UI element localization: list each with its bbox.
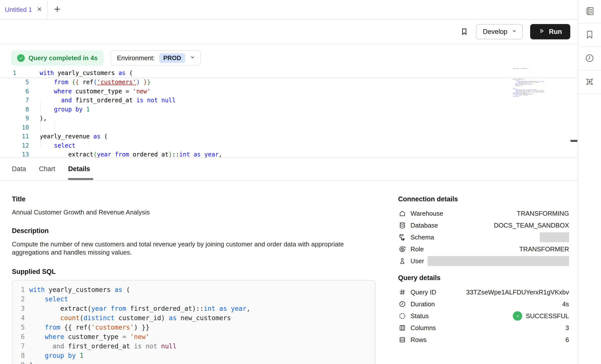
tab-untitled-1[interactable]: Untitled 1	[0, 0, 48, 19]
detail-value: TRANSFORMING	[517, 210, 569, 217]
sidebar-item-notebook[interactable]	[578, 0, 601, 24]
line-number: 3	[12, 304, 25, 313]
new-tab-button[interactable]	[48, 0, 67, 19]
line-number: 1	[12, 285, 25, 294]
notebook-icon	[585, 6, 595, 17]
rows-icon	[398, 336, 407, 344]
code-text: count(distinct customer_id) as new_custo…	[25, 313, 231, 323]
status-value: SUCCESSFUL	[513, 311, 569, 321]
code-text: ),	[25, 360, 37, 364]
code-line[interactable]: 10	[0, 123, 578, 132]
code-line[interactable]: 11yearly_revenue as (	[0, 132, 578, 141]
line-number: 9	[12, 360, 25, 364]
line-number: 5	[12, 323, 25, 332]
query-details-rows: Query ID33TZseWpe1ALFDUYerxR1gVKxbvDurat…	[398, 286, 569, 346]
description-heading: Description	[12, 227, 376, 235]
detail-label: Schema	[410, 234, 434, 241]
code-line: 3 extract(year from first_ordered_at)::i…	[12, 304, 375, 313]
code-text: where customer_type = 'new'	[29, 87, 151, 96]
sidebar-item-bookmarks[interactable]	[578, 24, 601, 47]
connection-details-rows: WarehouseTRANSFORMINGDatabaseDOCS_TEAM_S…	[398, 208, 569, 267]
description-value: Compute the number of new customers and …	[12, 240, 362, 257]
detail-row: Schema	[398, 231, 569, 243]
bookmark-icon[interactable]	[460, 27, 468, 36]
environment-selector[interactable]: Environment: PROD	[110, 50, 201, 66]
tab-bar: Untitled 1	[0, 0, 578, 20]
code-line[interactable]: 9),	[0, 114, 578, 123]
details-panel: Title Annual Customer Growth and Revenue…	[0, 181, 578, 364]
detail-label: Role	[410, 245, 424, 253]
copilot-icon	[585, 77, 595, 88]
query-status-text: Query completed in 4s	[28, 54, 98, 62]
code-line[interactable]: 8 group by 1	[0, 105, 578, 114]
code-line: 6 where customer_type = 'new'	[12, 332, 375, 341]
environment-label: Environment:	[117, 54, 155, 62]
tab-details[interactable]: Details	[68, 158, 93, 180]
editor-scrollbar-thumb[interactable]	[571, 140, 577, 142]
detail-label: Warehouse	[410, 210, 443, 217]
line-number: 6	[12, 332, 25, 341]
develop-dropdown[interactable]: Develop	[476, 24, 523, 39]
tab-label: Untitled 1	[5, 6, 32, 14]
tab-data[interactable]: Data	[12, 158, 26, 180]
code-text: group by 1	[29, 105, 90, 114]
code-line: 7 and first_ordered_at is not null	[12, 341, 375, 351]
code-text: select	[25, 294, 68, 304]
code-line[interactable]: 5 from {{ ref('customers') }}	[0, 78, 578, 87]
run-button[interactable]: Run	[530, 24, 570, 39]
code-line: 8 group by 1	[12, 351, 375, 360]
query-details-heading: Query details	[398, 274, 569, 282]
code-text: where customer_type = 'new'	[25, 332, 149, 341]
editor-code-area[interactable]: 1with yearly_customers as ( 5 from {{ re…	[0, 69, 578, 157]
code-line[interactable]: 1with yearly_customers as (	[0, 69, 578, 77]
hash-icon	[398, 288, 407, 296]
new-tab-icon	[54, 5, 61, 14]
detail-label: Query ID	[410, 288, 436, 296]
toolbar: Develop Run	[0, 20, 578, 44]
details-left-column: Title Annual Customer Growth and Revenue…	[12, 195, 376, 364]
close-icon[interactable]	[36, 6, 42, 13]
chevron-down-icon	[511, 28, 517, 36]
minimap-line: order by 1	[513, 96, 546, 97]
detail-value: SUCCESSFUL	[526, 312, 569, 320]
code-text: group by 1	[25, 351, 83, 360]
role-icon	[398, 245, 407, 253]
run-label: Run	[549, 28, 562, 36]
code-line: 5 from {{ ref('customers') }}	[12, 323, 375, 332]
tab-details-label: Details	[68, 165, 90, 173]
code-text: and first_ordered_at is not null	[25, 341, 177, 351]
code-line: 2 select	[12, 294, 375, 304]
detail-label: Columns	[410, 324, 436, 332]
details-right-column: Connection details WarehouseTRANSFORMING…	[398, 195, 569, 364]
supplied-sql-block: 1with yearly_customers as (2 select3 ext…	[12, 280, 376, 364]
query-status-badge: Query completed in 4s	[11, 50, 104, 66]
code-line[interactable]: 12 select	[0, 141, 578, 150]
database-icon	[398, 221, 407, 230]
connection-details-heading: Connection details	[398, 195, 569, 203]
user-icon	[398, 257, 407, 265]
line-number: 11	[0, 132, 29, 141]
tab-chart[interactable]: Chart	[39, 158, 55, 180]
code-line: 1with yearly_customers as (	[12, 285, 375, 294]
check-circle-icon	[513, 311, 522, 321]
code-text: from {{ ref('customers') }}	[29, 78, 151, 87]
code-text: select	[29, 141, 76, 150]
code-line[interactable]: 7 and first_ordered_at is not null	[0, 96, 578, 105]
tab-chart-label: Chart	[39, 165, 55, 173]
detail-row: RoleTRANSFORMER	[398, 243, 569, 255]
develop-label: Develop	[483, 28, 507, 36]
detail-row: Rows6	[398, 334, 569, 346]
code-line[interactable]: 13 extract(year from ordered_at)::int as…	[0, 150, 578, 158]
detail-row: DatabaseDOCS_TEAM_SANDBOX	[398, 219, 569, 231]
detail-row: User	[398, 255, 569, 267]
indent-guide	[55, 120, 55, 130]
code-text: with yearly_customers as (	[16, 69, 133, 77]
sidebar-item-history[interactable]	[578, 47, 601, 71]
detail-label: Status	[410, 312, 429, 320]
schema-icon	[398, 233, 407, 241]
code-text: ),	[29, 114, 47, 123]
status-icon	[398, 312, 407, 320]
code-line[interactable]: 6 where customer_type = 'new'	[0, 87, 578, 96]
sidebar-item-copilot[interactable]	[578, 71, 601, 94]
detail-label: User	[410, 257, 424, 265]
